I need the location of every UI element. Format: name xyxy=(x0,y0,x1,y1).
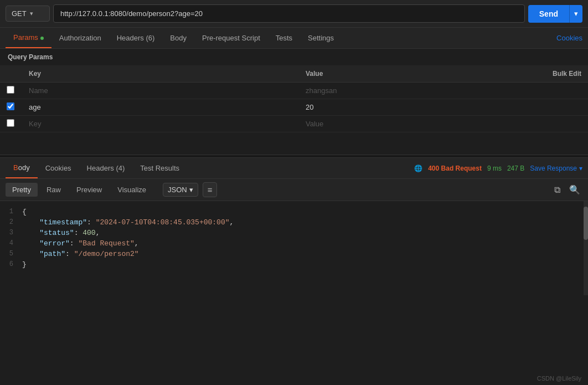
table-row: age 20 xyxy=(0,99,588,116)
code-line-6: 6 } xyxy=(0,259,588,270)
table-row: Name zhangsan xyxy=(0,83,588,99)
format-select-dropdown-icon: ▾ xyxy=(189,186,193,194)
format-tab-raw[interactable]: Raw xyxy=(40,183,68,197)
tab-headers[interactable]: Headers (6) xyxy=(109,28,163,48)
preview-label: Preview xyxy=(76,186,102,194)
tab-params-label: Params xyxy=(13,33,38,42)
params-table: Key Value Bulk Edit Name zhangsan age 20… xyxy=(0,65,588,132)
row2-key[interactable]: age xyxy=(29,103,41,111)
code-line-5: 5 "path": "/demo/person2" xyxy=(0,249,588,259)
format-tab-preview[interactable]: Preview xyxy=(70,183,109,197)
code-line-4: 4 "error": "Bad Request", xyxy=(0,238,588,249)
code-area: 1 { 2 "timestamp": "2024-07-10T04:08:45.… xyxy=(0,201,588,295)
filter-icon-button[interactable]: ≡ xyxy=(203,182,218,197)
checkbox-col-header xyxy=(0,65,22,83)
method-select[interactable]: GET ▾ xyxy=(6,6,50,22)
tab-tests[interactable]: Tests xyxy=(268,28,300,48)
resp-test-results-label: Test Results xyxy=(140,164,179,172)
globe-icon: 🌐 xyxy=(414,165,422,172)
resp-tab-body[interactable]: Body xyxy=(6,158,38,178)
bulk-edit-header[interactable]: Bulk Edit xyxy=(520,65,588,83)
watermark: CSDN @LileSily xyxy=(537,375,581,382)
save-response-button[interactable]: Save Response ▾ xyxy=(530,165,582,172)
status-area: 🌐 400 Bad Request 9 ms 247 B Save Respon… xyxy=(414,165,582,172)
format-select-label: JSON xyxy=(168,186,187,194)
bulk-edit-button[interactable]: Bulk Edit xyxy=(553,70,581,78)
status-code: 400 Bad Request xyxy=(428,165,482,172)
method-dropdown-icon: ▾ xyxy=(30,10,33,17)
tab-authorization-label: Authorization xyxy=(59,34,101,42)
save-response-dropdown-icon: ▾ xyxy=(579,165,582,172)
response-size: 247 B xyxy=(507,165,524,172)
code-line-3: 3 "status": 400, xyxy=(0,228,588,238)
query-params-section-title: Query Params xyxy=(0,49,588,65)
pretty-label: Pretty xyxy=(12,186,31,194)
resp-tab-headers[interactable]: Headers (4) xyxy=(79,158,133,178)
key-col-header: Key xyxy=(22,65,299,83)
row1-checkbox[interactable] xyxy=(7,86,14,94)
response-tabs-row: Body Cookies Headers (4) Test Results 🌐 … xyxy=(0,158,588,179)
tab-settings[interactable]: Settings xyxy=(300,28,342,48)
scrollbar[interactable] xyxy=(584,201,588,295)
save-response-label: Save Response xyxy=(530,165,577,172)
headers-badge: (6) xyxy=(146,34,154,42)
scrollbar-thumb xyxy=(584,207,588,240)
params-dot xyxy=(40,37,44,40)
method-label: GET xyxy=(12,9,27,18)
row2-value[interactable]: 20 xyxy=(306,103,313,111)
value-col-header: Value xyxy=(299,65,520,83)
tab-headers-label: Headers xyxy=(117,34,144,42)
cookies-link[interactable]: Cookies xyxy=(556,28,582,48)
resp-body-label: ody xyxy=(18,163,30,172)
send-dropdown-icon: ▾ xyxy=(574,9,578,18)
tab-prerequest[interactable]: Pre-request Script xyxy=(194,28,268,48)
tab-body[interactable]: Body xyxy=(162,28,194,48)
resp-tab-cookies[interactable]: Cookies xyxy=(38,158,79,178)
spacer xyxy=(0,132,588,155)
send-group: Send ▾ xyxy=(528,5,582,23)
row3-value[interactable]: Value xyxy=(306,120,323,128)
format-tab-visualize[interactable]: Visualize xyxy=(111,183,153,197)
copy-icon-button[interactable]: ⧉ xyxy=(552,183,563,197)
format-select[interactable]: JSON ▾ xyxy=(163,183,198,197)
tab-tests-label: Tests xyxy=(276,34,292,42)
format-tab-pretty[interactable]: Pretty xyxy=(6,183,38,197)
send-button[interactable]: Send xyxy=(528,5,569,23)
resp-headers-badge: (4) xyxy=(116,164,125,172)
resp-cookies-label: Cookies xyxy=(45,164,71,172)
tab-body-label: Body xyxy=(170,34,187,42)
code-line-2: 2 "timestamp": "2024-07-10T04:08:45.035+… xyxy=(0,217,588,228)
top-bar: GET ▾ Send ▾ xyxy=(0,0,588,28)
row1-key[interactable]: Name xyxy=(29,86,48,95)
tab-authorization[interactable]: Authorization xyxy=(51,28,109,48)
resp-body-prefix: B xyxy=(13,163,18,172)
tab-params[interactable]: Params xyxy=(6,28,51,48)
row1-value[interactable]: zhangsan xyxy=(306,86,337,95)
toolbar-right: ⧉ 🔍 xyxy=(552,182,582,197)
response-time: 9 ms xyxy=(487,165,502,172)
tab-settings-label: Settings xyxy=(308,34,334,42)
row2-checkbox[interactable] xyxy=(7,102,14,110)
visualize-label: Visualize xyxy=(117,186,146,194)
request-tabs-row: Params Authorization Headers (6) Body Pr… xyxy=(0,28,588,49)
tab-prerequest-label: Pre-request Script xyxy=(202,34,260,42)
code-line-1: 1 { xyxy=(0,207,588,217)
row3-key[interactable]: Key xyxy=(29,120,41,128)
row3-checkbox[interactable] xyxy=(7,119,14,127)
send-dropdown-button[interactable]: ▾ xyxy=(569,5,582,23)
table-row: Key Value xyxy=(0,116,588,132)
raw-label: Raw xyxy=(47,186,61,194)
filter-icon: ≡ xyxy=(208,185,213,194)
resp-headers-label: Headers xyxy=(87,164,114,172)
body-toolbar: Pretty Raw Preview Visualize JSON ▾ ≡ ⧉ … xyxy=(0,179,588,201)
resp-tab-test-results[interactable]: Test Results xyxy=(132,158,187,178)
url-input[interactable] xyxy=(53,4,525,23)
search-icon-button[interactable]: 🔍 xyxy=(567,182,582,197)
